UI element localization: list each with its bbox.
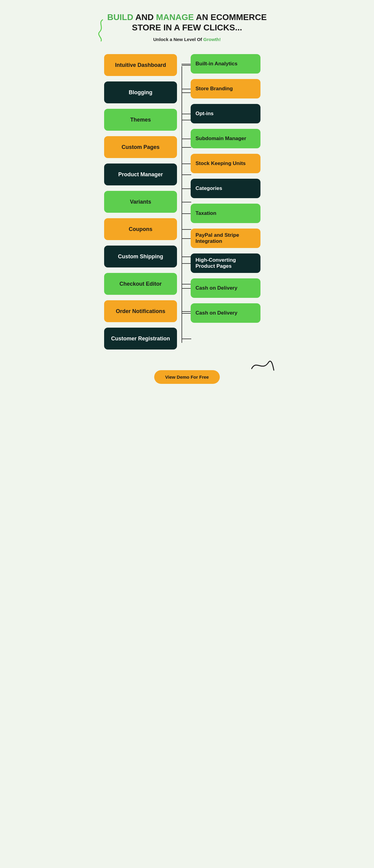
left-box-2: Themes <box>104 109 177 131</box>
left-box-9: Order Notifications <box>104 300 177 322</box>
left-item: Custom Shipping <box>100 246 181 268</box>
left-item: Product Manager <box>100 163 181 185</box>
left-item: Intuitive Dashboard <box>100 54 181 76</box>
right-box-9: Cash on Delivery <box>191 278 261 298</box>
left-item: Variants <box>100 191 181 213</box>
right-item: Opt-ins <box>191 104 274 123</box>
left-column: Intuitive DashboardBloggingThemesCustom … <box>100 54 181 355</box>
title-and: AND <box>133 12 156 22</box>
left-box-6: Coupons <box>104 218 177 240</box>
feature-tree: Intuitive DashboardBloggingThemesCustom … <box>100 54 274 355</box>
right-box-8: High-Converting Product Pages <box>191 253 261 273</box>
right-box-7: PayPal and Stripe Integration <box>191 228 261 248</box>
subtitle-highlight: Growth! <box>203 37 221 42</box>
right-item: Cash on Delivery <box>191 303 274 323</box>
right-item: Cash on Delivery <box>191 278 274 298</box>
right-column: Built-in AnalyticsStore BrandingOpt-insS… <box>181 54 274 355</box>
left-box-10: Customer Registration <box>104 328 177 349</box>
right-box-1: Store Branding <box>191 79 261 98</box>
subtitle-prefix: Unlock a New Level Of <box>153 37 203 42</box>
left-item: Custom Pages <box>100 136 181 158</box>
left-box-8: Checkout Editor <box>104 273 177 295</box>
deco-squiggle-right <box>250 356 274 372</box>
deco-squiggle-left <box>97 18 106 42</box>
title-manage: MANAGE <box>156 12 194 22</box>
view-demo-button[interactable]: View Demo For Free <box>154 370 220 384</box>
right-box-5: Categories <box>191 179 261 198</box>
left-box-7: Custom Shipping <box>104 246 177 268</box>
title-build: BUILD <box>107 12 133 22</box>
left-box-4: Product Manager <box>104 163 177 185</box>
right-box-2: Opt-ins <box>191 104 261 123</box>
left-item: Customer Registration <box>100 328 181 349</box>
left-box-3: Custom Pages <box>104 136 177 158</box>
cta-section: View Demo For Free <box>100 370 274 384</box>
left-box-0: Intuitive Dashboard <box>104 54 177 76</box>
subtitle: Unlock a New Level Of Growth! <box>100 37 274 42</box>
right-item: PayPal and Stripe Integration <box>191 228 274 248</box>
right-item: Built-in Analytics <box>191 54 274 73</box>
right-box-10: Cash on Delivery <box>191 303 261 323</box>
right-box-6: Taxation <box>191 204 261 223</box>
left-box-1: Blogging <box>104 82 177 103</box>
left-item: Themes <box>100 109 181 131</box>
left-item: Checkout Editor <box>100 273 181 295</box>
right-box-0: Built-in Analytics <box>191 54 261 73</box>
right-item: Store Branding <box>191 79 274 98</box>
right-box-3: Subdomain Manager <box>191 129 261 148</box>
right-item: Categories <box>191 179 274 198</box>
right-item: High-Converting Product Pages <box>191 253 274 273</box>
main-title: BUILD AND MANAGE AN ECOMMERCE STORE IN A… <box>100 12 274 33</box>
right-item: Subdomain Manager <box>191 129 274 148</box>
page-header: BUILD AND MANAGE AN ECOMMERCE STORE IN A… <box>100 12 274 42</box>
right-box-4: Stock Keeping Units <box>191 154 261 173</box>
right-item: Stock Keeping Units <box>191 154 274 173</box>
left-item: Coupons <box>100 218 181 240</box>
left-item: Order Notifications <box>100 300 181 322</box>
right-item: Taxation <box>191 204 274 223</box>
left-item: Blogging <box>100 82 181 103</box>
left-box-5: Variants <box>104 191 177 213</box>
